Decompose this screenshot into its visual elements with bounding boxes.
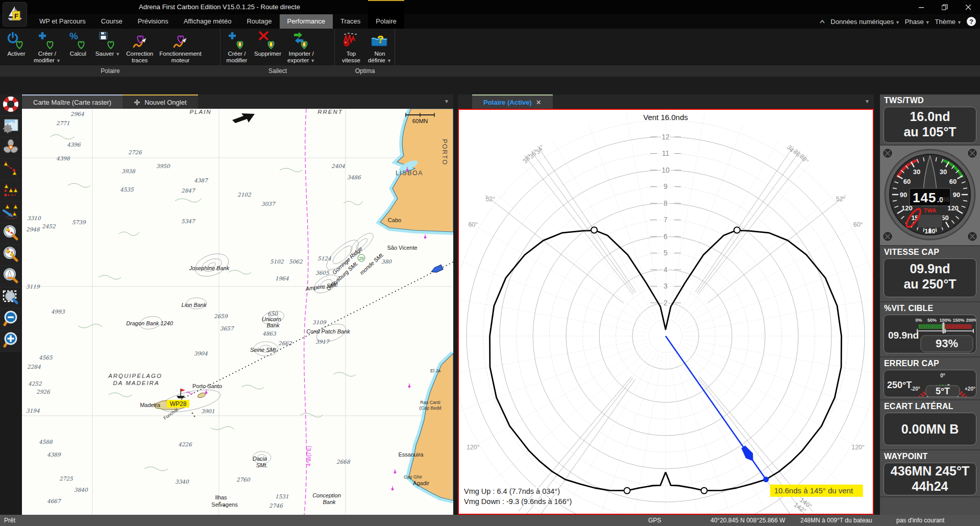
ribbon-button-supprimer[interactable]: Supprimer bbox=[251, 30, 284, 58]
restore-button[interactable] bbox=[933, 0, 957, 14]
svg-text:2: 2 bbox=[664, 299, 668, 307]
tab-carte-maitre[interactable]: Carte Maître (Carte raster) bbox=[22, 94, 122, 109]
ribbon-button-fonctionnement-moteur[interactable]: Fonctionnementmoteur bbox=[156, 30, 204, 64]
ribbon-button-top-vitesse[interactable]: Topvitesse bbox=[337, 30, 365, 64]
map-label: Cabo bbox=[388, 217, 401, 223]
zoom-boat-button[interactable] bbox=[0, 266, 21, 288]
twa-compass-gauge[interactable]: 303060609090120120150150145.0888TWA180 bbox=[880, 146, 980, 244]
svg-text:TWA: TWA bbox=[924, 207, 936, 213]
zoom-out-button[interactable] bbox=[0, 309, 21, 330]
help-button[interactable]: ? bbox=[967, 17, 976, 26]
map-label: El Ja bbox=[430, 368, 440, 373]
menu-right: Données numériques▼ Phase▼ Thème▼ ? bbox=[819, 14, 976, 29]
undefined-water-icon: ? bbox=[371, 30, 389, 51]
depth-sounding: 3194 bbox=[26, 408, 40, 414]
svg-text:888: 888 bbox=[942, 196, 953, 203]
map-panel: Carte Maître (Carte raster) Nouvel Ongle… bbox=[22, 94, 453, 515]
edit-route-button[interactable] bbox=[0, 180, 21, 202]
cursor-point[interactable] bbox=[763, 476, 769, 482]
menu-tab-traces[interactable]: Traces bbox=[333, 14, 368, 29]
engine-button[interactable] bbox=[0, 137, 21, 159]
create-route-button[interactable] bbox=[0, 159, 21, 180]
svg-text:F: F bbox=[14, 12, 18, 20]
percent-polar-icon: % bbox=[69, 30, 87, 51]
svg-text:?: ? bbox=[377, 33, 384, 45]
chevron-down-icon: ▼ bbox=[957, 20, 962, 25]
goto-waypoint-button[interactable] bbox=[0, 202, 21, 223]
zoom-in-button[interactable] bbox=[0, 330, 21, 352]
chart-settings-button[interactable] bbox=[0, 116, 21, 137]
tab-polaire-active[interactable]: Polaire (Active) ✕ bbox=[472, 94, 553, 109]
tws-value-box[interactable]: 16.0nd au 105°T bbox=[884, 107, 976, 143]
man-overboard-button[interactable] bbox=[0, 94, 21, 116]
depth-sounding: 2102 bbox=[237, 192, 252, 198]
svg-text:60: 60 bbox=[949, 178, 957, 185]
depth-sounding: 4396 bbox=[67, 141, 81, 148]
menu-theme[interactable]: Thème▼ bbox=[935, 18, 962, 26]
boat-marker[interactable] bbox=[430, 265, 443, 274]
zoom-window-button[interactable] bbox=[0, 288, 21, 309]
tab-nouvel-onglet[interactable]: Nouvel Onglet bbox=[122, 94, 198, 109]
tab-dropdown-icon[interactable]: ▼ bbox=[865, 99, 870, 104]
zoom-waypoints-button[interactable] bbox=[0, 245, 21, 266]
menu-tab-polaire[interactable]: Polaire bbox=[368, 14, 404, 29]
menu-donnees-numeriques[interactable]: Données numériques▼ bbox=[830, 18, 900, 26]
vmg-marker[interactable] bbox=[624, 488, 630, 494]
svg-text:90: 90 bbox=[953, 191, 960, 199]
magnifier-boat-icon bbox=[3, 268, 19, 286]
waypoint-value-box[interactable]: 436MN 245°T 44h24 bbox=[884, 463, 976, 495]
depth-sounding: 2948 bbox=[26, 226, 40, 232]
polar-tab-bar: Polaire (Active) ✕ ▼ bbox=[458, 94, 874, 109]
status-current: pas d'info courant bbox=[896, 515, 944, 526]
ribbon-button-créer-modifier[interactable]: Créer /modifier▼ bbox=[31, 30, 64, 65]
depth-sounding: 4863 bbox=[262, 330, 277, 337]
erreur-cap-box[interactable]: 250°T-20°0°+20°5°T bbox=[884, 370, 976, 397]
menu-tab-course[interactable]: Course bbox=[93, 14, 130, 29]
depth-sounding: 2662 bbox=[278, 340, 292, 346]
svg-text:10.6nds à 145° du vent: 10.6nds à 145° du vent bbox=[774, 486, 853, 495]
menu-tab-wp-et-parcours[interactable]: WP et Parcours bbox=[32, 14, 93, 29]
menu-phase[interactable]: Phase▼ bbox=[905, 18, 930, 26]
vit-cible-panel: %VIT. CIBLE 09.9nd0%50%100%150%200%93% bbox=[880, 301, 980, 356]
ribbon-button-importer-exporter[interactable]: Importer /exporter▼ bbox=[284, 30, 318, 65]
ribbon-button-correction-traces[interactable]: Correctiontraces bbox=[123, 30, 156, 64]
polar-diagram[interactable]: 2345678910111234°34°36°36°38°38°52°52°60… bbox=[459, 110, 873, 514]
depth-sounding: 4565 bbox=[39, 354, 53, 361]
menu-tab-affichage-m-t-o[interactable]: Affichage météo bbox=[176, 14, 239, 29]
vmg-marker[interactable] bbox=[701, 488, 707, 494]
menu-tab-routage[interactable]: Routage bbox=[239, 14, 279, 29]
map-label: ARQUIPÉLAGO bbox=[108, 373, 162, 379]
twa-gauge-panel[interactable]: 303060609090120120150150145.0888TWA180 bbox=[880, 145, 980, 245]
depth-sounding: 5062 bbox=[289, 258, 303, 265]
depth-sounding: 3657 bbox=[220, 325, 234, 331]
tab-dropdown-icon[interactable]: ▼ bbox=[444, 99, 449, 104]
nautical-chart[interactable]: 4°W(7'E)28296427714396439827263950393845… bbox=[22, 109, 453, 515]
minimize-button[interactable] bbox=[910, 0, 933, 14]
ribbon-button-calcul[interactable]: %Calcul bbox=[64, 30, 92, 58]
svg-text:6: 6 bbox=[664, 232, 668, 241]
polar-chart[interactable]: 2345678910111234°34°36°36°38°38°52°52°60… bbox=[458, 109, 874, 515]
vmg-marker[interactable] bbox=[734, 227, 740, 233]
ribbon-button-non-définie[interactable]: ?Nondéfinie▼ bbox=[365, 30, 394, 65]
depth-sounding: 3901 bbox=[201, 408, 215, 414]
propeller-icon bbox=[3, 139, 19, 157]
import-export-sail-icon bbox=[292, 30, 310, 51]
vitesse-value-box[interactable]: 09.9nd au 250°T bbox=[884, 258, 976, 297]
chart-canvas[interactable]: 4°W(7'E)28296427714396439827263950393845… bbox=[22, 109, 453, 515]
title-bar: F Adrena First Carbon Edition V15.0.1.25… bbox=[0, 0, 980, 14]
close-tab-icon[interactable]: ✕ bbox=[536, 99, 542, 106]
ribbon-button-sauver[interactable]: Sauver▼ bbox=[92, 30, 123, 58]
menu-tab-performance[interactable]: Performance bbox=[280, 14, 333, 29]
menu-tab-pr-visions[interactable]: Prévisions bbox=[130, 14, 176, 29]
ribbon-button-activer[interactable]: Activer bbox=[2, 30, 31, 58]
zoom-route-button[interactable] bbox=[0, 223, 21, 245]
ecart-value-box[interactable]: 0.00MN B bbox=[884, 413, 976, 445]
chevron-up-icon[interactable] bbox=[819, 19, 825, 24]
ribbon-button-créer-modifier[interactable]: Créer /modifier bbox=[223, 30, 251, 64]
close-button[interactable] bbox=[957, 0, 980, 14]
waypoint-boat-icon[interactable] bbox=[177, 389, 193, 398]
vit-cible-box[interactable]: 09.9nd0%50%100%150%200%93% bbox=[884, 315, 976, 353]
app-icon[interactable]: F bbox=[3, 2, 27, 27]
chevron-down-icon: ▼ bbox=[310, 58, 315, 63]
vmg-marker[interactable] bbox=[591, 227, 597, 233]
